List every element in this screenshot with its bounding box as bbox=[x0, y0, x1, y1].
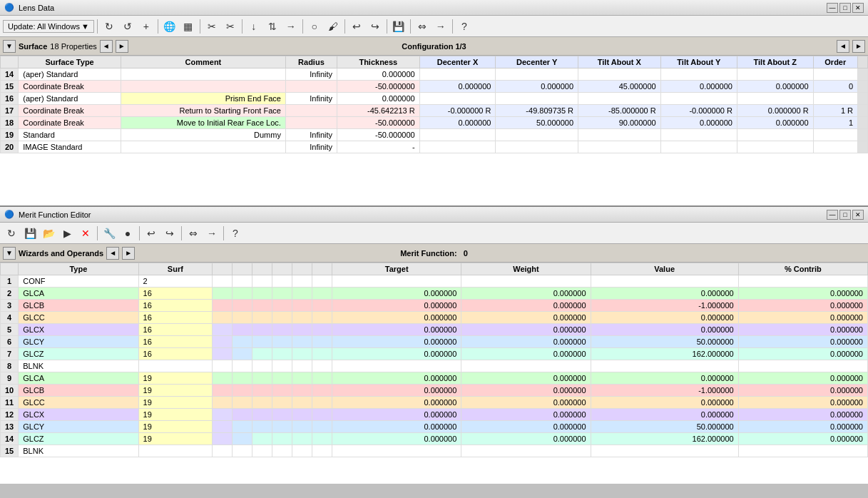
order-cell[interactable]: 0 bbox=[813, 81, 857, 93]
mf-type-cell[interactable]: GLCY bbox=[19, 336, 138, 348]
mf-c6[interactable] bbox=[272, 275, 292, 288]
mf-type-cell[interactable]: GLCY bbox=[19, 421, 138, 433]
mf-c7[interactable] bbox=[292, 397, 312, 409]
subtype-select[interactable]: Standard bbox=[46, 94, 78, 103]
mf-surf-cell[interactable] bbox=[138, 360, 213, 372]
mf-c8[interactable] bbox=[312, 312, 332, 324]
comment-cell[interactable] bbox=[121, 68, 285, 81]
mf-c8[interactable] bbox=[312, 421, 332, 433]
mf-c5[interactable] bbox=[252, 372, 272, 385]
mf-weight-cell[interactable]: 0.000000 bbox=[461, 409, 591, 421]
surface-type-cell[interactable]: Coordinate Break bbox=[19, 81, 121, 93]
forward-btn[interactable]: ↪ bbox=[367, 18, 384, 35]
mf-value-cell[interactable] bbox=[591, 445, 738, 457]
mf-type-cell[interactable]: GLCB bbox=[19, 300, 138, 312]
tilt-x-cell[interactable]: 45.000000 bbox=[578, 81, 661, 93]
mf-c7[interactable] bbox=[292, 409, 312, 421]
mf-type-cell[interactable]: CONF bbox=[19, 275, 138, 288]
mf-c5[interactable] bbox=[252, 421, 272, 433]
mf-c4[interactable] bbox=[233, 336, 252, 348]
tilt-z-cell[interactable] bbox=[737, 93, 813, 105]
mf-surf-cell[interactable]: 19 bbox=[138, 433, 213, 445]
mf-surf-cell[interactable]: 16 bbox=[138, 348, 213, 360]
merit-redo-btn[interactable]: ↪ bbox=[161, 225, 178, 242]
mf-target-cell[interactable]: 0.000000 bbox=[332, 385, 461, 397]
mf-type-select[interactable]: GLCZ bbox=[23, 350, 44, 358]
mf-surf-select[interactable]: 16 bbox=[143, 325, 153, 334]
decenter-x-cell[interactable] bbox=[419, 93, 496, 105]
merit-undo-btn[interactable]: ↩ bbox=[143, 225, 160, 242]
mf-value-cell[interactable]: 0.000000 bbox=[591, 288, 738, 300]
mf-contrib-cell[interactable]: 0.000000 bbox=[738, 336, 867, 348]
mf-contrib-cell[interactable] bbox=[738, 360, 867, 372]
mf-type-select[interactable]: GLCZ bbox=[23, 435, 44, 443]
mf-weight-cell[interactable] bbox=[461, 275, 591, 288]
mf-c4[interactable] bbox=[233, 385, 252, 397]
mf-target-cell[interactable]: 0.000000 bbox=[332, 324, 461, 336]
surface-collapse-btn[interactable]: ▼ bbox=[3, 40, 16, 53]
surface-type-cell[interactable]: IMAGE Standard bbox=[19, 141, 121, 153]
mf-c7[interactable] bbox=[292, 348, 312, 360]
wizards-collapse-btn[interactable]: ▼ bbox=[3, 247, 16, 260]
tilt-x-cell[interactable]: 90.000000 bbox=[578, 117, 661, 129]
mf-c5[interactable] bbox=[252, 312, 272, 324]
mf-type-select[interactable]: GLCA bbox=[23, 289, 44, 298]
mf-c6[interactable] bbox=[272, 312, 292, 324]
decenter-y-cell[interactable]: 50.000000 bbox=[496, 117, 578, 129]
merit-close-btn[interactable]: ✕ bbox=[852, 210, 864, 220]
mf-target-cell[interactable]: 0.000000 bbox=[332, 348, 461, 360]
mf-c6[interactable] bbox=[272, 348, 292, 360]
tilt-z-cell[interactable]: 0.000000 R bbox=[737, 105, 813, 117]
subtype-select[interactable]: Standard bbox=[51, 143, 83, 151]
order-cell[interactable] bbox=[813, 93, 857, 105]
surface-prev-btn[interactable]: ◄ bbox=[100, 40, 113, 53]
tilt-z-cell[interactable] bbox=[737, 129, 813, 141]
mf-c6[interactable] bbox=[272, 324, 292, 336]
mf-surf-cell[interactable]: 16 bbox=[138, 336, 213, 348]
mf-weight-cell[interactable]: 0.000000 bbox=[461, 324, 591, 336]
mf-surf-cell[interactable]: 19 bbox=[138, 385, 213, 397]
mf-target-cell[interactable] bbox=[332, 445, 461, 457]
radius-cell[interactable]: Infinity bbox=[285, 93, 337, 105]
mf-c4[interactable] bbox=[233, 324, 252, 336]
mf-c5[interactable] bbox=[252, 336, 272, 348]
mf-c3[interactable] bbox=[213, 397, 233, 409]
mf-contrib-cell[interactable]: 0.000000 bbox=[738, 324, 867, 336]
mf-contrib-cell[interactable]: 0.000000 bbox=[738, 409, 867, 421]
mf-value-cell[interactable]: 162.000000 bbox=[591, 433, 738, 445]
merit-save-btn[interactable]: 💾 bbox=[21, 225, 39, 242]
radius-cell[interactable]: Infinity bbox=[285, 68, 337, 81]
mf-c7[interactable] bbox=[292, 288, 312, 300]
mf-weight-cell[interactable]: 0.000000 bbox=[461, 288, 591, 300]
radius-cell[interactable] bbox=[285, 117, 337, 129]
tilt-x-cell[interactable] bbox=[578, 93, 661, 105]
mf-value-cell[interactable]: 0.000000 bbox=[591, 372, 738, 385]
decenter-x-cell[interactable]: 0.000000 bbox=[419, 117, 496, 129]
mf-c6[interactable] bbox=[272, 385, 292, 397]
mf-surf-select[interactable]: 19 bbox=[143, 374, 153, 382]
mf-c5[interactable] bbox=[252, 409, 272, 421]
decenter-y-cell[interactable] bbox=[496, 129, 578, 141]
mf-type-cell[interactable]: GLCB bbox=[19, 385, 138, 397]
mf-surf-cell[interactable]: 2 bbox=[138, 275, 213, 288]
mf-weight-cell[interactable] bbox=[461, 445, 591, 457]
tilt-y-cell[interactable]: 0.000000 bbox=[660, 117, 737, 129]
mf-c7[interactable] bbox=[292, 372, 312, 385]
mf-value-cell[interactable]: 0.000000 bbox=[591, 312, 738, 324]
merit-help-btn[interactable]: ? bbox=[227, 225, 244, 242]
mf-c7[interactable] bbox=[292, 421, 312, 433]
tilt-z-cell[interactable]: 0.000000 bbox=[737, 81, 813, 93]
mf-surf-select[interactable]: 19 bbox=[143, 422, 153, 431]
mf-c4[interactable] bbox=[233, 360, 252, 372]
thickness-cell[interactable]: 0.000000 bbox=[337, 93, 420, 105]
mf-weight-cell[interactable] bbox=[461, 360, 591, 372]
update-all-windows-btn[interactable]: Update: All Windows ▼ bbox=[3, 20, 94, 33]
mf-c6[interactable] bbox=[272, 397, 292, 409]
decenter-y-cell[interactable] bbox=[496, 93, 578, 105]
merit-open-btn[interactable]: 📂 bbox=[40, 225, 57, 242]
mf-surf-select[interactable]: 19 bbox=[143, 435, 153, 443]
mf-c7[interactable] bbox=[292, 360, 312, 372]
circle-btn[interactable]: ○ bbox=[306, 18, 323, 35]
mf-c8[interactable] bbox=[312, 336, 332, 348]
mf-c3[interactable] bbox=[213, 409, 233, 421]
